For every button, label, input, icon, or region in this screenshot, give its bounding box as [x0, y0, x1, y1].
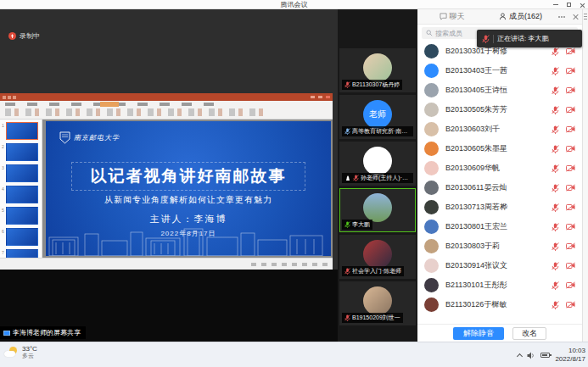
member-row[interactable]: B20130611晏云灿	[417, 178, 582, 197]
camera-muted-icon[interactable]	[566, 164, 575, 172]
member-row[interactable]: B20130803于莉	[417, 236, 582, 256]
ppt-titlebar	[0, 93, 333, 101]
camera-muted-icon[interactable]	[566, 145, 575, 153]
recording-icon	[8, 32, 16, 40]
video-tile[interactable]: 李大鹏	[339, 188, 416, 232]
ppt-minimize-icon[interactable]	[311, 96, 315, 98]
slide-thumbnail[interactable]: 7	[6, 249, 38, 258]
member-row[interactable]: B20130801王宏兰	[417, 217, 582, 236]
panel-close-button[interactable]	[568, 9, 582, 24]
slide-thumbnail[interactable]: 6	[6, 228, 38, 246]
participant-name: 李大鹏	[352, 220, 370, 229]
slide-thumbnail[interactable]: 1	[6, 122, 38, 140]
member-panel: 聊天 成员(162) 搜索成员	[417, 9, 582, 342]
slide-thumbnail[interactable]: 5	[6, 207, 38, 225]
weather-temp: 33°C	[22, 345, 37, 353]
ppt-ribbon-selected-tab[interactable]	[100, 102, 119, 107]
member-row[interactable]: B20130914张议文	[417, 256, 582, 275]
participant-avatar	[363, 193, 392, 222]
slide-thumbnail[interactable]: 2	[6, 143, 38, 161]
member-name: B20130713周若桦	[445, 202, 552, 213]
minimize-icon[interactable]	[553, 4, 558, 5]
camera-muted-icon[interactable]	[566, 203, 575, 211]
search-placeholder: 搜索成员	[435, 29, 462, 38]
member-list[interactable]: B20130301于树修 B20130403王一茜	[417, 42, 582, 324]
mic-muted-icon[interactable]	[552, 125, 559, 134]
video-tile[interactable]: 孙老师(主持人)·南邮	[339, 142, 416, 186]
camera-muted-icon[interactable]	[566, 106, 575, 114]
video-tile[interactable]: 老师 高等教育研究所·南邮大学	[339, 95, 416, 139]
member-row[interactable]: B21130101王彤彤	[417, 275, 582, 295]
battery-icon[interactable]	[540, 353, 550, 358]
panel-more-button[interactable]	[555, 9, 568, 24]
slide-thumbnail-panel[interactable]: 1 2 3 4 5 6 7 8	[0, 120, 42, 258]
mic-muted-icon[interactable]	[552, 106, 559, 114]
camera-muted-icon[interactable]	[566, 67, 575, 75]
video-tile[interactable]: 社会学入门·陈老师	[339, 235, 416, 279]
mic-muted-icon[interactable]	[552, 262, 559, 270]
member-row[interactable]: B20130605朱墨星	[417, 139, 582, 158]
mic-muted-icon[interactable]	[552, 223, 559, 231]
slide-number: 5	[2, 208, 4, 213]
volume-icon[interactable]	[527, 352, 535, 359]
member-row[interactable]: B20130403王一茜	[417, 61, 582, 81]
slide-thumbnail[interactable]: 3	[6, 164, 38, 182]
mic-muted-icon[interactable]	[552, 47, 559, 56]
camera-muted-icon[interactable]	[566, 47, 575, 55]
close-icon[interactable]	[580, 3, 585, 8]
camera-muted-icon[interactable]	[566, 262, 575, 270]
mic-muted-icon[interactable]	[552, 184, 559, 192]
ppt-ribbon-tools[interactable]	[5, 108, 268, 116]
mic-muted-icon[interactable]	[552, 301, 559, 309]
camera-muted-icon[interactable]	[566, 184, 575, 192]
mic-muted-icon[interactable]	[552, 145, 559, 153]
menu-icon	[583, 14, 588, 19]
tab-chat[interactable]: 聊天	[417, 9, 486, 24]
member-row[interactable]: B20130603刘千	[417, 120, 582, 139]
mic-muted-icon[interactable]	[552, 86, 559, 95]
panel-collapse-handle[interactable]	[582, 9, 588, 342]
clock-date: 2022/8/17	[555, 355, 585, 364]
participant-name: 社会学入门·陈老师	[352, 267, 401, 275]
unmute-all-button[interactable]: 解除静音	[453, 327, 504, 340]
maximize-icon[interactable]	[567, 3, 571, 7]
member-row[interactable]: B20130713周若桦	[417, 197, 582, 217]
video-tile[interactable]: B21130307杨丹婷	[339, 48, 416, 92]
mic-muted-icon[interactable]	[552, 242, 559, 251]
tray-expand-icon[interactable]	[517, 353, 523, 359]
member-row[interactable]: B20130505朱芳芳	[417, 100, 582, 120]
weather-widget[interactable]: 33°C 多云	[4, 345, 37, 359]
ppt-close-icon[interactable]	[326, 96, 330, 98]
camera-muted-icon[interactable]	[566, 125, 575, 133]
current-slide: 南京邮电大学 以记者视角讲好南邮故事 从新闻专业角度解析如何让文章更有魅力 主讲…	[46, 121, 331, 256]
participant-name: B19150209刘世一	[352, 314, 400, 322]
tooltip-divider	[493, 35, 494, 43]
mic-muted-icon[interactable]	[552, 203, 559, 212]
mic-muted-icon[interactable]	[552, 281, 559, 290]
more-dots-icon	[558, 16, 565, 18]
member-name: B20130405王诗恒	[445, 85, 552, 96]
rename-button[interactable]: 改名	[512, 327, 546, 340]
speaking-text: 正在讲话: 李大鹏	[497, 34, 548, 43]
member-row[interactable]: B21130126于樨敏	[417, 295, 582, 314]
camera-muted-icon[interactable]	[566, 301, 575, 309]
camera-muted-icon[interactable]	[566, 223, 575, 231]
windows-taskbar: 33°C 多云 10:03 2022/8/17	[0, 342, 588, 367]
member-row[interactable]: B20130405王诗恒	[417, 81, 582, 100]
ppt-maximize-icon[interactable]	[318, 96, 322, 98]
mic-muted-icon[interactable]	[552, 67, 559, 75]
mic-muted-icon[interactable]	[552, 164, 559, 173]
camera-muted-icon[interactable]	[566, 86, 575, 94]
camera-muted-icon[interactable]	[566, 281, 575, 289]
member-row[interactable]: B20130609华帆	[417, 158, 582, 178]
slide-thumbnail[interactable]: 4	[6, 186, 38, 203]
camera-muted-icon[interactable]	[566, 242, 575, 250]
taskbar-clock[interactable]: 10:03 2022/8/17	[555, 347, 585, 363]
member-avatar	[424, 103, 439, 117]
weather-desc: 多云	[22, 353, 37, 359]
ppt-ribbon[interactable]	[0, 101, 333, 120]
tab-members[interactable]: 成员(162)	[486, 9, 555, 24]
member-avatar	[424, 297, 439, 312]
participant-avatar	[363, 286, 392, 315]
video-tile[interactable]: B19150209刘世一	[339, 281, 416, 325]
